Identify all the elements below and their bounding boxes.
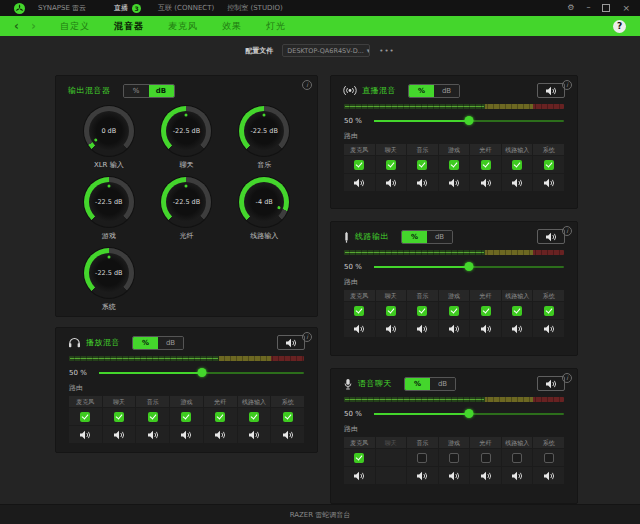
speaker-icon-system[interactable] (543, 173, 555, 192)
checkbox-checked-optical[interactable] (215, 412, 225, 422)
checkbox-checked-game[interactable] (449, 160, 459, 170)
minimize-button[interactable]: – (586, 0, 590, 16)
knob-dial-chat[interactable]: -22.5 dB (161, 106, 211, 156)
profile-more-button[interactable]: ••• (379, 47, 394, 55)
nav-tab-customize[interactable]: 自定义 (60, 20, 90, 33)
checkbox-unchecked-music[interactable] (417, 453, 427, 463)
nav-tab-mic[interactable]: 麦克风 (168, 20, 198, 33)
unit-db-button[interactable]: dB (427, 231, 452, 243)
speaker-icon-line-in[interactable] (511, 173, 523, 192)
checkbox-unchecked-line-in[interactable] (512, 453, 522, 463)
settings-gear-icon[interactable]: ⚙ (567, 0, 574, 16)
info-icon[interactable]: i (562, 226, 572, 236)
slider-thumb[interactable] (465, 409, 474, 418)
checkbox-checked-mic[interactable] (80, 412, 90, 422)
info-icon[interactable]: i (302, 80, 312, 90)
checkbox-checked-optical[interactable] (481, 306, 491, 316)
checkbox-unchecked-system[interactable] (544, 453, 554, 463)
checkbox-checked-mic[interactable] (354, 160, 364, 170)
nav-tab-lighting[interactable]: 灯光 (266, 20, 286, 33)
checkbox-unchecked-game[interactable] (449, 453, 459, 463)
checkbox-checked-chat[interactable] (114, 412, 124, 422)
speaker-icon-chat[interactable] (385, 173, 397, 192)
checkbox-checked-chat[interactable] (386, 306, 396, 316)
knob-dial-xlr-input[interactable]: 0 dB (84, 106, 134, 156)
speaker-icon-optical[interactable] (480, 466, 492, 485)
forward-arrow-icon[interactable]: › (31, 16, 36, 36)
volume-slider[interactable] (374, 261, 564, 273)
info-icon[interactable]: i (562, 80, 572, 90)
checkbox-checked-line-in[interactable] (249, 412, 259, 422)
unit-toggle[interactable]: %dB (408, 84, 460, 98)
speaker-icon-system[interactable] (543, 466, 555, 485)
unit-percent-button[interactable]: % (133, 337, 158, 349)
speaker-icon-optical[interactable] (480, 319, 492, 338)
back-arrow-icon[interactable]: ‹ (14, 16, 19, 36)
unit-db-button[interactable]: dB (430, 378, 455, 390)
knob-dial-optical[interactable]: -22.5 dB (161, 177, 211, 227)
speaker-icon-music[interactable] (147, 425, 159, 444)
slider-thumb[interactable] (197, 368, 206, 377)
tab-device[interactable]: 直播 (114, 3, 128, 13)
speaker-icon-mic[interactable] (353, 173, 365, 192)
tab-studio[interactable]: 控制室 (STUDIO) (227, 3, 283, 13)
checkbox-checked-chat[interactable] (386, 160, 396, 170)
knob-dial-game[interactable]: -22.5 dB (84, 177, 134, 227)
help-icon[interactable]: ? (613, 20, 626, 33)
unit-toggle[interactable]: %dB (401, 230, 453, 244)
speaker-icon-chat[interactable] (385, 319, 397, 338)
checkbox-checked-line-in[interactable] (512, 160, 522, 170)
nav-tab-fx[interactable]: 效果 (222, 20, 242, 33)
unit-percent-button[interactable]: % (402, 231, 427, 243)
checkbox-checked-system[interactable] (544, 160, 554, 170)
checkbox-checked-mic[interactable] (354, 453, 364, 463)
checkbox-checked-game[interactable] (449, 306, 459, 316)
volume-slider[interactable] (99, 367, 304, 379)
volume-slider[interactable] (374, 115, 564, 127)
checkbox-checked-game[interactable] (181, 412, 191, 422)
speaker-icon-music[interactable] (416, 319, 428, 338)
profile-dropdown[interactable]: DESKTOP-QA6R4SV-D... ▾ (282, 44, 370, 57)
mute-button[interactable] (277, 335, 305, 350)
info-icon[interactable]: i (302, 332, 312, 342)
volume-slider[interactable] (374, 408, 564, 420)
knob-dial-music[interactable]: -22.5 dB (239, 106, 289, 156)
unit-percent-button[interactable]: % (124, 85, 149, 97)
speaker-icon-line-in[interactable] (511, 319, 523, 338)
knob-dial-line-in[interactable]: -4 dB (239, 177, 289, 227)
unit-percent-button[interactable]: % (409, 85, 434, 97)
speaker-icon-music[interactable] (416, 466, 428, 485)
speaker-icon-mic[interactable] (353, 319, 365, 338)
tab-connect[interactable]: 互联 (CONNECT) (158, 3, 214, 13)
speaker-icon-game[interactable] (448, 466, 460, 485)
unit-db-button[interactable]: dB (149, 85, 174, 97)
unit-toggle[interactable]: %dB (132, 336, 184, 350)
nav-tab-mixer[interactable]: 混音器 (114, 20, 144, 33)
speaker-icon-game[interactable] (448, 319, 460, 338)
speaker-icon-chat[interactable] (113, 425, 125, 444)
checkbox-checked-music[interactable] (417, 160, 427, 170)
speaker-icon-mic[interactable] (79, 425, 91, 444)
speaker-icon-optical[interactable] (214, 425, 226, 444)
info-icon[interactable]: i (562, 373, 572, 383)
speaker-icon-line-in[interactable] (248, 425, 260, 444)
close-button[interactable]: × (622, 0, 630, 16)
speaker-icon-music[interactable] (416, 173, 428, 192)
checkbox-checked-music[interactable] (148, 412, 158, 422)
speaker-icon-line-in[interactable] (511, 466, 523, 485)
speaker-icon-game[interactable] (180, 425, 192, 444)
unit-toggle[interactable]: %dB (404, 377, 456, 391)
slider-thumb[interactable] (465, 116, 474, 125)
unit-db-button[interactable]: dB (434, 85, 459, 97)
unit-percent-button[interactable]: % (405, 378, 430, 390)
checkbox-checked-optical[interactable] (481, 160, 491, 170)
maximize-button[interactable] (602, 4, 610, 12)
mute-button[interactable] (537, 83, 565, 98)
mute-button[interactable] (537, 229, 565, 244)
speaker-icon-mic[interactable] (353, 466, 365, 485)
slider-thumb[interactable] (465, 262, 474, 271)
speaker-icon-system[interactable] (543, 319, 555, 338)
unit-db-button[interactable]: dB (158, 337, 183, 349)
unit-toggle[interactable]: % dB (123, 84, 175, 98)
checkbox-checked-music[interactable] (417, 306, 427, 316)
